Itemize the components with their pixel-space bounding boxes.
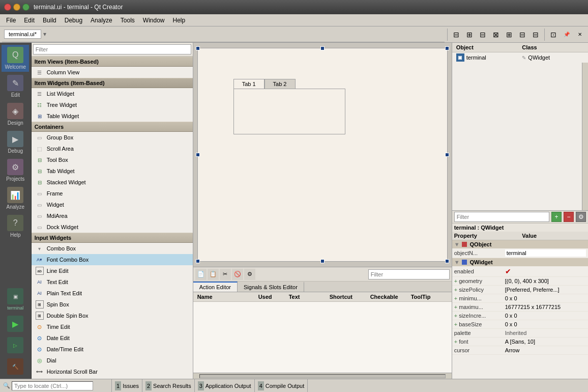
widget-spin-box[interactable]: ⊞ Spin Box bbox=[32, 299, 193, 310]
handle-br[interactable] bbox=[445, 259, 449, 263]
status-app-output-section[interactable]: 3 Application Output bbox=[195, 379, 255, 392]
tab-signals-slots[interactable]: Signals & Slots Editor bbox=[238, 282, 304, 292]
status-search-results-section[interactable]: 2 Search Results bbox=[142, 379, 195, 392]
prop-enabled[interactable]: enabled ✔ bbox=[452, 266, 588, 277]
widget-plain-text-edit[interactable]: AI Plain Text Edit bbox=[32, 288, 193, 299]
obj-row-terminal[interactable]: ▣ terminal ✎ QWidget bbox=[452, 52, 588, 63]
handle-ml[interactable] bbox=[196, 153, 200, 157]
prop-objectname[interactable]: objectN... terminal bbox=[452, 248, 588, 258]
widget-dock-widget[interactable]: ▭ Dock Widget bbox=[32, 221, 193, 233]
close-panel-btn[interactable]: ✕ bbox=[574, 29, 586, 41]
widget-datetime-edit[interactable]: ⊙ Date/Time Edit bbox=[32, 344, 193, 355]
widget-text-edit[interactable]: AI Text Edit bbox=[32, 276, 193, 288]
widget-list-widget[interactable]: ☰ List Widget bbox=[32, 88, 193, 99]
menu-debug[interactable]: Debug bbox=[61, 16, 86, 25]
layout-h-split-btn[interactable]: ⊟ bbox=[516, 29, 528, 41]
menu-edit[interactable]: Edit bbox=[20, 16, 39, 25]
layout-break-btn[interactable]: ⊟ bbox=[450, 29, 462, 41]
props-add-btn[interactable]: + bbox=[551, 212, 562, 222]
sidebar-btn-terminal[interactable]: ▣ terminal bbox=[2, 286, 29, 313]
action-new-btn[interactable]: 📄 bbox=[195, 269, 207, 280]
sidebar-btn-run2[interactable]: ▷ bbox=[2, 335, 29, 355]
prop-section-qobject[interactable]: ▼ QObject bbox=[452, 240, 588, 248]
file-tab[interactable]: terminal.ui* bbox=[4, 30, 41, 39]
layout-h-btn[interactable]: ⊞ bbox=[463, 29, 476, 41]
file-dropdown-icon[interactable]: ▾ bbox=[43, 31, 46, 38]
prop-maximum-size[interactable]: + maximu... 16777215 x 16777215 bbox=[452, 303, 588, 312]
menu-tools[interactable]: Tools bbox=[116, 16, 139, 25]
widget-time-edit[interactable]: ⊙ Time Edit bbox=[32, 321, 193, 332]
status-compile-section[interactable]: 4 Compile Output bbox=[255, 379, 308, 392]
props-remove-btn[interactable]: − bbox=[564, 212, 574, 222]
tab-action-editor[interactable]: Action Editor bbox=[193, 282, 238, 292]
adjust-size-btn[interactable]: ⊡ bbox=[547, 29, 560, 41]
sidebar-btn-hammer[interactable]: 🔨 bbox=[2, 356, 29, 377]
sidebar-btn-welcome[interactable]: Q Welcome bbox=[2, 45, 29, 72]
sidebar-btn-edit[interactable]: ✎ Edit bbox=[2, 73, 29, 100]
h-scrollbar[interactable] bbox=[193, 373, 452, 379]
widget-double-spin-box[interactable]: ⊞ Double Spin Box bbox=[32, 310, 193, 321]
locate-input[interactable] bbox=[12, 381, 93, 390]
widget-frame[interactable]: ▭ Frame bbox=[32, 188, 193, 199]
menu-build[interactable]: Build bbox=[39, 16, 61, 25]
minimize-button[interactable] bbox=[13, 4, 20, 11]
widget-h-scroll-bar[interactable]: ⟺ Horizontal Scroll Bar bbox=[32, 366, 193, 377]
sidebar-btn-help[interactable]: ? Help bbox=[2, 213, 29, 240]
obj-vscrollbar[interactable] bbox=[582, 63, 588, 210]
props-filter-input[interactable] bbox=[454, 212, 549, 222]
action-settings-btn[interactable]: ⚙ bbox=[244, 269, 255, 280]
handle-mr[interactable] bbox=[445, 153, 449, 157]
widget-tab-widget[interactable]: ⊟ Tab Widget bbox=[32, 165, 193, 177]
action-delete-btn[interactable]: ✂ bbox=[220, 269, 231, 280]
widget-stacked-widget[interactable]: ⊟ Stacked Widget bbox=[32, 177, 193, 188]
widget-tree-widget[interactable]: ☷ Tree Widget bbox=[32, 99, 193, 110]
menu-file[interactable]: File bbox=[2, 16, 20, 25]
prop-section-qwidget[interactable]: ▼ QWidget bbox=[452, 258, 588, 266]
prop-sizepolicy[interactable]: + sizePolicy [Preferred, Preferre...] bbox=[452, 286, 588, 294]
handle-bc[interactable] bbox=[320, 259, 325, 263]
handle-bl[interactable] bbox=[196, 259, 200, 263]
widget-widget[interactable]: ▭ Widget bbox=[32, 199, 193, 210]
prop-cursor[interactable]: cursor Arrow bbox=[452, 346, 588, 355]
widget-tool-box[interactable]: ⊟ Tool Box bbox=[32, 154, 193, 165]
pin-btn[interactable]: 📌 bbox=[561, 29, 573, 41]
prop-font[interactable]: + font A [Sans, 10] bbox=[452, 338, 588, 346]
widget-line-edit[interactable]: ab Line Edit bbox=[32, 265, 193, 276]
sidebar-btn-projects[interactable]: ⚙ Projects bbox=[2, 157, 29, 184]
canvas-tab-1[interactable]: Tab 1 bbox=[233, 79, 264, 89]
layout-v-split-btn[interactable]: ⊟ bbox=[530, 29, 542, 41]
widget-group-box[interactable]: ▭ Group Box bbox=[32, 132, 193, 143]
widget-font-combo-box[interactable]: A▾ Font Combo Box bbox=[32, 254, 193, 265]
design-canvas[interactable]: Tab 1 Tab 2 bbox=[193, 43, 452, 267]
widget-scroll-area[interactable]: ⬚ Scroll Area bbox=[32, 143, 193, 154]
canvas-tab-widget[interactable]: Tab 1 Tab 2 bbox=[233, 79, 345, 140]
handle-tr[interactable] bbox=[445, 46, 449, 50]
widget-table-widget[interactable]: ⊞ Table Widget bbox=[32, 110, 193, 122]
sidebar-btn-run[interactable]: ▶ bbox=[2, 314, 29, 334]
widget-column-view[interactable]: ☰ Column View bbox=[32, 67, 193, 78]
layout-v-btn[interactable]: ⊟ bbox=[477, 29, 489, 41]
sidebar-btn-design[interactable]: ◈ Design bbox=[2, 101, 29, 128]
action-copy-btn[interactable]: 📋 bbox=[208, 269, 219, 280]
window-controls[interactable] bbox=[4, 4, 30, 11]
status-issues-section[interactable]: 1 Issues bbox=[112, 379, 142, 392]
widget-mdi-area[interactable]: ▭ MdiArea bbox=[32, 210, 193, 221]
menu-analyze[interactable]: Analyze bbox=[86, 16, 116, 25]
widget-combo-box[interactable]: ▾ Combo Box bbox=[32, 243, 193, 254]
handle-tl[interactable] bbox=[196, 46, 200, 50]
canvas-tab-2[interactable]: Tab 2 bbox=[264, 79, 296, 89]
menu-window[interactable]: Window bbox=[139, 16, 169, 25]
handle-tc[interactable] bbox=[320, 46, 325, 50]
layout-form-btn[interactable]: ⊠ bbox=[490, 29, 502, 41]
menu-help[interactable]: Help bbox=[169, 16, 190, 25]
action-disable-btn[interactable]: 🚫 bbox=[232, 269, 243, 280]
widget-date-edit[interactable]: ⊙ Date Edit bbox=[32, 332, 193, 344]
layout-grid-btn[interactable]: ⊞ bbox=[503, 29, 515, 41]
props-gear-btn[interactable]: ⚙ bbox=[576, 212, 586, 222]
prop-minimum-size[interactable]: + minimu... 0 x 0 bbox=[452, 294, 588, 303]
prop-palette[interactable]: palette Inherited bbox=[452, 329, 588, 338]
maximize-button[interactable] bbox=[22, 4, 30, 11]
widget-filter-input[interactable] bbox=[33, 44, 191, 54]
h-scroll-track[interactable] bbox=[199, 374, 446, 378]
sidebar-btn-analyze[interactable]: 📊 Analyze bbox=[2, 185, 29, 212]
